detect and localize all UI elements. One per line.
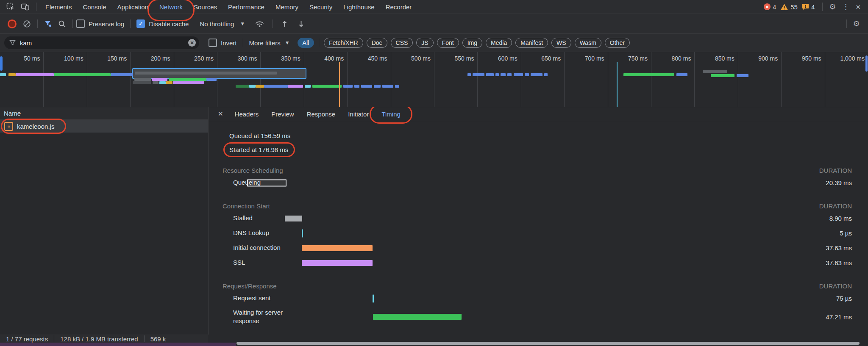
tab-lighthouse[interactable]: Lighthouse xyxy=(338,0,380,14)
disable-cache-checkbox[interactable]: ✓ xyxy=(136,19,145,28)
tab-application[interactable]: Application xyxy=(112,0,154,14)
timing-row-ssl: SSL37.63 ms xyxy=(209,255,868,270)
waterfall-bar xyxy=(256,85,264,88)
warning-count[interactable]: 55 xyxy=(790,3,798,11)
inspect-element-icon[interactable] xyxy=(3,0,18,14)
waterfall-bar xyxy=(544,73,548,76)
filter-chip-css[interactable]: CSS xyxy=(391,38,413,48)
time-label: 1,000 ms xyxy=(0,55,865,62)
filter-chip-js[interactable]: JS xyxy=(416,38,433,48)
status-segment: 569 k xyxy=(145,335,172,343)
timing-bar-ssl xyxy=(302,260,373,266)
started-at-line: Started at 176.98 ms xyxy=(229,144,868,155)
waterfall-bar xyxy=(354,85,359,88)
filter-chip-img[interactable]: Img xyxy=(462,38,482,48)
name-column-header[interactable]: Name xyxy=(0,107,208,120)
request-row-kameleoon-js[interactable]: ‹›kameleoon.js xyxy=(0,120,208,133)
clear-filter-icon[interactable]: ✕ xyxy=(188,39,196,47)
filter-chip-manifest[interactable]: Manifest xyxy=(515,38,548,48)
record-network-log-button[interactable] xyxy=(8,19,17,28)
preserve-log-checkbox[interactable] xyxy=(76,19,85,28)
duration-column-header: DURATION xyxy=(819,282,852,290)
tab-security[interactable]: Security xyxy=(304,0,338,14)
device-toolbar-icon[interactable] xyxy=(18,0,33,14)
filter-input[interactable]: kam ✕ xyxy=(4,36,199,49)
disable-cache-label[interactable]: Disable cache xyxy=(149,20,189,28)
more-filters-button[interactable]: More filters xyxy=(249,39,281,47)
tab-performance[interactable]: Performance xyxy=(223,0,270,14)
timing-sections: Resource SchedulingDURATIONQueueing20.39… xyxy=(209,165,868,328)
panel-tabs: ElementsConsoleApplicationNetworkSources… xyxy=(40,0,417,14)
timing-duration-value: 37.63 ms xyxy=(826,244,852,252)
page-edge-strip xyxy=(0,343,236,346)
tab-memory[interactable]: Memory xyxy=(270,0,304,14)
waterfall-bar xyxy=(236,85,249,88)
tab-sources[interactable]: Sources xyxy=(188,0,223,14)
detail-tab-headers[interactable]: Headers xyxy=(228,107,265,121)
detail-tab-initiator[interactable]: Initiator xyxy=(342,107,375,121)
detail-tab-timing[interactable]: Timing xyxy=(375,107,406,121)
timing-bar-waiting xyxy=(373,314,462,320)
waterfall-bar xyxy=(288,85,303,88)
waterfall-bar xyxy=(111,73,133,76)
waterfall-bar xyxy=(153,81,159,84)
network-toolbar: Preserve log ✓ Disable cache No throttli… xyxy=(0,14,868,34)
chevron-down-icon[interactable]: ▼ xyxy=(285,40,290,46)
invert-label[interactable]: Invert xyxy=(221,39,237,47)
waterfall-bar xyxy=(249,85,256,88)
domcontentloaded-line xyxy=(339,62,340,107)
settings-gear-icon[interactable]: ⚙ xyxy=(826,3,839,11)
filter-chip-font[interactable]: Font xyxy=(437,38,459,48)
waterfall-bar xyxy=(374,85,381,88)
filter-chip-fetch-xhr[interactable]: Fetch/XHR xyxy=(324,38,363,48)
filter-chip-wasm[interactable]: Wasm xyxy=(575,38,601,48)
filter-chip-doc[interactable]: Doc xyxy=(367,38,387,48)
waterfall-bar xyxy=(166,81,172,84)
import-har-icon[interactable] xyxy=(278,14,291,33)
kebab-menu-icon[interactable]: ⋮ xyxy=(839,3,852,11)
filter-chip-all[interactable]: All xyxy=(298,38,314,48)
issues-icon[interactable] xyxy=(802,3,809,11)
tab-console[interactable]: Console xyxy=(78,0,112,14)
tab-network[interactable]: Network xyxy=(154,0,188,14)
export-har-icon[interactable] xyxy=(295,14,308,33)
filter-funnel-icon[interactable] xyxy=(41,14,55,33)
preserve-log-label[interactable]: Preserve log xyxy=(89,20,124,28)
waterfall-bar xyxy=(711,74,734,77)
timing-row-queueing: Queueing20.39 ms xyxy=(209,175,868,190)
chevron-down-icon[interactable]: ▼ xyxy=(240,21,245,27)
section-title: Resource Scheduling xyxy=(223,167,283,174)
script-file-icon: ‹› xyxy=(4,122,13,131)
network-conditions-icon[interactable] xyxy=(252,14,267,33)
network-overview-timeline[interactable]: 50 ms100 ms150 ms200 ms250 ms300 ms350 m… xyxy=(0,52,868,107)
throttling-select[interactable]: No throttling xyxy=(200,20,234,28)
timing-duration-value: 8.90 ms xyxy=(829,215,852,222)
invert-checkbox[interactable] xyxy=(209,39,217,47)
waterfall-bar xyxy=(507,73,512,76)
filter-chip-media[interactable]: Media xyxy=(486,38,512,48)
tab-recorder[interactable]: Recorder xyxy=(380,0,417,14)
console-warnings-icon[interactable] xyxy=(780,3,788,11)
timing-duration-value: 5 µs xyxy=(840,230,852,237)
requests-panel: Name ‹›kameleoon.js xyxy=(0,107,209,335)
issue-count[interactable]: 4 xyxy=(811,3,815,11)
tab-elements[interactable]: Elements xyxy=(40,0,78,14)
console-errors-icon[interactable]: ✕ xyxy=(764,3,771,10)
waterfall-bar xyxy=(486,73,494,76)
timing-bar-initial-connection xyxy=(302,245,373,251)
filter-chip-ws[interactable]: WS xyxy=(551,38,571,48)
section-title: Request/Response xyxy=(223,282,277,290)
tabbar-right-controls: ✕ 4 55 4 ⚙ ⋮ ✕ xyxy=(764,3,868,11)
timing-row-waiting-for-server-response: Waiting for server response47.21 ms xyxy=(209,306,868,328)
close-details-icon[interactable]: ✕ xyxy=(213,110,228,118)
error-count[interactable]: 4 xyxy=(773,3,776,11)
filter-chip-other[interactable]: Other xyxy=(605,38,630,48)
close-devtools-icon[interactable]: ✕ xyxy=(852,4,864,10)
search-icon[interactable] xyxy=(55,14,69,33)
network-settings-gear-icon[interactable]: ⚙ xyxy=(850,20,863,28)
detail-tab-preview[interactable]: Preview xyxy=(265,107,300,121)
divider xyxy=(822,3,823,11)
clear-network-log-icon[interactable] xyxy=(20,14,34,33)
horizontal-scrollbar[interactable] xyxy=(236,342,860,345)
detail-tab-response[interactable]: Response xyxy=(300,107,342,121)
